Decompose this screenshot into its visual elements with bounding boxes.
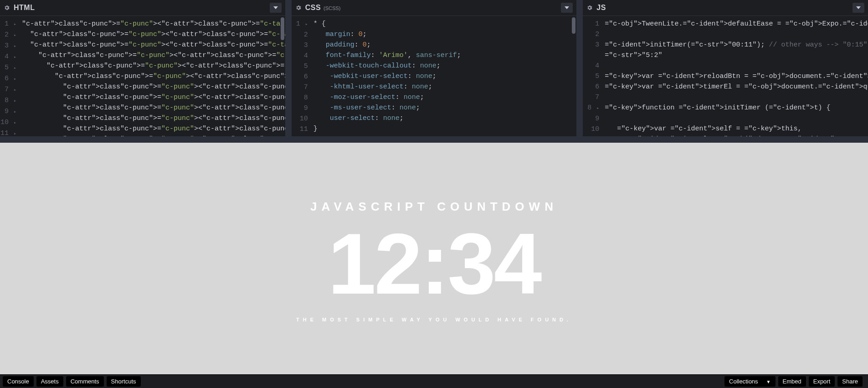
- panel-html-header: HTML: [0, 0, 285, 16]
- bottombar-export-button[interactable]: Export: [809, 376, 835, 387]
- preview-clock: 12:34: [328, 220, 540, 307]
- panel-html: HTML 1 ▸2 ▸3 ▸4 ▸5 ▸6 ▸7 ▸8 ▸9 ▸10 ▸11 ▸…: [0, 0, 285, 136]
- panel-js-dropdown[interactable]: [853, 3, 864, 13]
- bottombar-comments-button[interactable]: Comments: [66, 376, 104, 387]
- bottombar-share-button[interactable]: Share: [837, 376, 863, 387]
- bottombar-embed-button[interactable]: Embed: [778, 376, 806, 387]
- gutter-js: 123 45678 ▸91011: [583, 16, 603, 136]
- code-js[interactable]: ="c-obj">TweenLite.="c-ident">defaultEas…: [603, 16, 868, 136]
- panel-js-header: JS: [583, 0, 868, 16]
- scrollbar-js[interactable]: [863, 17, 867, 134]
- preview-pane: JAVASCRIPT COUNTDOWN 12:34 THE MOST SIMP…: [0, 143, 868, 374]
- panel-css-header: CSS (SCSS): [292, 0, 577, 16]
- gear-icon[interactable]: [295, 5, 302, 11]
- panel-js-title: JS: [596, 4, 606, 12]
- chevron-down-icon: ▼: [766, 379, 771, 384]
- preview-subtext: THE MOST SIMPLE WAY YOU WOULD HAVE FOUND…: [296, 317, 572, 322]
- gutter-css: 1 ▸23456789101112: [292, 16, 312, 136]
- bottombar-console-button[interactable]: Console: [3, 376, 34, 387]
- panel-css-title: CSS: [305, 4, 321, 12]
- scroll-thumb-css[interactable]: [572, 17, 575, 34]
- panel-css: CSS (SCSS) 1 ▸23456789101112 * { margin:…: [292, 0, 577, 136]
- panel-js-body[interactable]: 123 45678 ▸91011 ="c-obj">TweenLite.="c-…: [583, 16, 868, 136]
- panel-js: JS 123 45678 ▸91011 ="c-obj">TweenLite.=…: [583, 0, 868, 136]
- panel-css-subtitle: (SCSS): [324, 5, 340, 11]
- scroll-thumb-html[interactable]: [281, 17, 284, 40]
- gear-icon[interactable]: [586, 5, 593, 11]
- scrollbar-css[interactable]: [572, 17, 575, 134]
- panel-html-body[interactable]: 1 ▸2 ▸3 ▸4 ▸5 ▸6 ▸7 ▸8 ▸9 ▸10 ▸11 ▸12 ▸ …: [0, 16, 285, 136]
- bottombar-shortcuts-button[interactable]: Shortcuts: [107, 376, 141, 387]
- bottom-bar: ConsoleAssetsCommentsShortcuts Collectio…: [0, 374, 868, 388]
- panel-html-dropdown[interactable]: [270, 3, 282, 13]
- bottombar-collections-button[interactable]: Collections▼: [724, 376, 776, 387]
- bottombar-assets-button[interactable]: Assets: [36, 376, 63, 387]
- preview-heading: JAVASCRIPT COUNTDOWN: [310, 200, 558, 214]
- gear-icon[interactable]: [4, 5, 10, 11]
- panel-html-title: HTML: [14, 4, 35, 12]
- scrollbar-html[interactable]: [281, 17, 284, 134]
- panel-css-body[interactable]: 1 ▸23456789101112 * { margin: 0; padding…: [292, 16, 577, 136]
- panel-css-dropdown[interactable]: [561, 3, 573, 13]
- code-html[interactable]: "c-attr">class"c-punc">="c-punc"><"c-att…: [20, 16, 285, 136]
- editors-row: HTML 1 ▸2 ▸3 ▸4 ▸5 ▸6 ▸7 ▸8 ▸9 ▸10 ▸11 ▸…: [0, 0, 868, 143]
- gutter-html: 1 ▸2 ▸3 ▸4 ▸5 ▸6 ▸7 ▸8 ▸9 ▸10 ▸11 ▸12 ▸: [0, 16, 20, 136]
- code-css[interactable]: * { margin: 0; padding: 0; font-family: …: [312, 16, 577, 136]
